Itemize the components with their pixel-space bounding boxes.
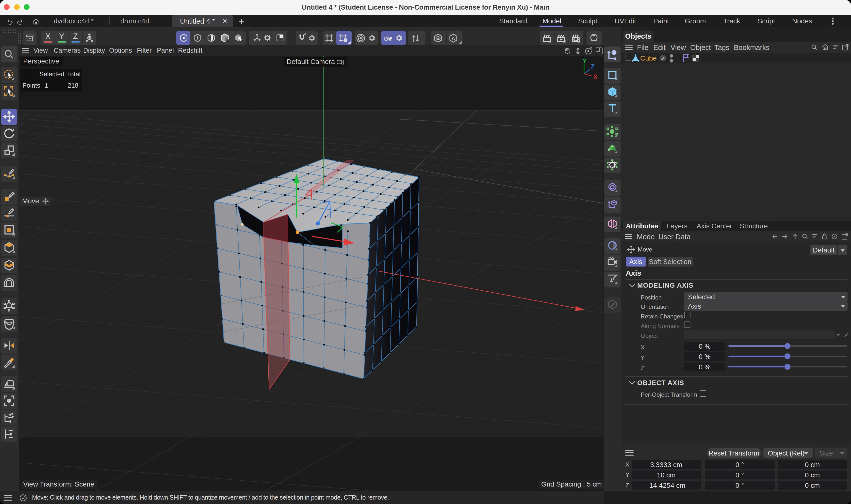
svg-text:X: X	[593, 73, 597, 79]
svg-text:Y: Y	[583, 58, 587, 64]
svg-text:Z: Z	[591, 63, 595, 70]
svg-text:A: A	[451, 36, 455, 41]
